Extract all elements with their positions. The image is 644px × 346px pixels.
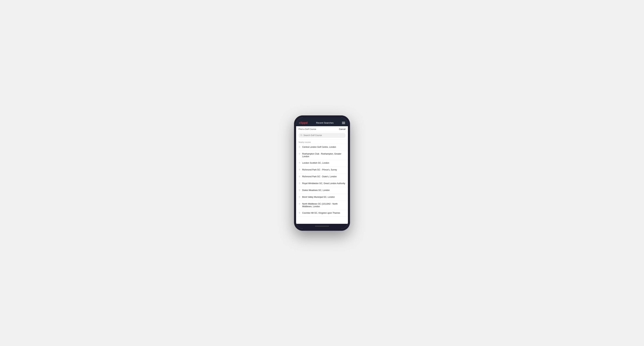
svg-point-6: [299, 176, 300, 176]
location-pin-icon: [298, 162, 300, 165]
course-name: Richmond Park GC - Duke's, London: [302, 175, 337, 178]
search-bar: [298, 133, 346, 138]
course-name: Brent Valley Municipal GC, London: [302, 196, 335, 199]
search-input[interactable]: [304, 134, 344, 137]
list-item[interactable]: North Middlesex GC (1011942 - North Midd…: [296, 201, 348, 210]
course-name: Central London Golf Centre, London: [302, 146, 336, 149]
svg-point-10: [299, 203, 300, 204]
phone-bottom: [296, 224, 348, 229]
phone-screen: clippd Recent Searches Find a Golf Cours…: [296, 118, 348, 229]
find-label: Find a Golf Course: [298, 128, 316, 130]
svg-point-11: [299, 212, 300, 213]
list-item[interactable]: Richmond Park GC - Prince's, Surrey: [296, 167, 348, 173]
course-name: Coombe Hill GC, Kingston upon Thames: [302, 212, 340, 214]
svg-point-4: [299, 163, 300, 163]
svg-point-5: [299, 169, 300, 170]
location-pin-icon: [298, 153, 300, 156]
course-name: Royal Wimbledon GC, Great London Authori…: [302, 182, 345, 185]
app-logo: clippd: [299, 121, 308, 125]
location-pin-icon: [298, 169, 300, 172]
svg-point-9: [299, 196, 300, 197]
course-name: Roehampton Club - Roehampton, Greater Lo…: [302, 153, 346, 158]
svg-line-1: [302, 136, 302, 136]
location-pin-icon: [298, 203, 300, 206]
search-icon: [300, 134, 302, 137]
course-name: Dukes Meadows GC, London: [302, 189, 330, 192]
course-name: North Middlesex GC (1011942 - North Midd…: [302, 203, 346, 208]
hamburger-icon[interactable]: [342, 122, 345, 124]
list-item[interactable]: Coombe Hill GC, Kingston upon Thames: [296, 210, 348, 217]
app-header: clippd Recent Searches: [296, 120, 348, 126]
list-item[interactable]: Central London Golf Centre, London: [296, 144, 348, 151]
list-item[interactable]: Royal Wimbledon GC, Great London Authori…: [296, 180, 348, 187]
course-name: Richmond Park GC - Prince's, Surrey: [302, 169, 337, 171]
list-item[interactable]: Roehampton Club - Roehampton, Greater Lo…: [296, 151, 348, 160]
search-bar-wrap: [296, 132, 348, 140]
svg-point-3: [299, 153, 300, 154]
location-pin-icon: [298, 212, 300, 215]
location-pin-icon: [298, 182, 300, 185]
list-item[interactable]: Brent Valley Municipal GC, London: [296, 194, 348, 201]
list-item[interactable]: Dukes Meadows GC, London: [296, 187, 348, 194]
location-pin-icon: [298, 146, 300, 149]
nearby-label: Nearby courses: [296, 140, 348, 144]
list-item[interactable]: London Scottish GC, London: [296, 160, 348, 167]
location-pin-icon: [298, 175, 300, 178]
status-bar: [296, 118, 348, 120]
home-bar: [315, 226, 329, 226]
svg-point-8: [299, 190, 300, 190]
cancel-button[interactable]: Cancel: [339, 128, 346, 130]
header-title: Recent Searches: [316, 122, 334, 124]
course-list: Central London Golf Centre, London Roeha…: [296, 144, 348, 217]
location-pin-icon: [298, 196, 300, 199]
svg-point-7: [299, 183, 300, 183]
find-header: Find a Golf Course Cancel: [296, 126, 348, 132]
location-pin-icon: [298, 189, 300, 192]
nearby-section: Nearby courses Central London Golf Centr…: [296, 140, 348, 224]
list-item[interactable]: Richmond Park GC - Duke's, London: [296, 173, 348, 180]
phone-frame: clippd Recent Searches Find a Golf Cours…: [294, 115, 350, 231]
svg-point-2: [299, 147, 300, 147]
course-name: London Scottish GC, London: [302, 162, 329, 165]
screen-content: Find a Golf Course Cancel Nearby courses: [296, 126, 348, 224]
